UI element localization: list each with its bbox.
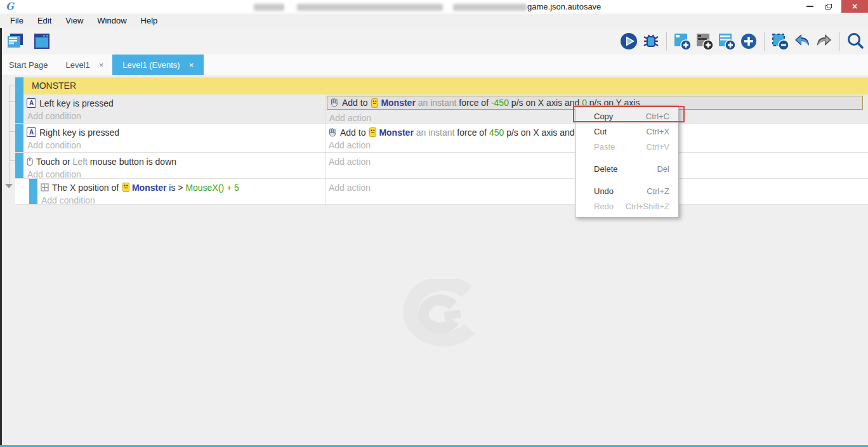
left-panel-edge <box>0 28 2 447</box>
menu-item-label: Redo <box>594 202 614 211</box>
menu-window[interactable]: Window <box>90 14 133 28</box>
minimize-icon <box>806 6 813 7</box>
object-name: Monster <box>379 127 413 138</box>
tab-label: Level1 (Events) <box>122 60 180 70</box>
event-row-2[interactable]: A Right key is pressed Add condition <box>15 124 868 153</box>
menu-edit[interactable]: Edit <box>30 14 58 28</box>
event-drag-bar[interactable] <box>15 153 23 178</box>
toolbar-separator <box>839 32 840 51</box>
condition-text: Left key is pressed <box>39 98 114 108</box>
context-menu-item-cut[interactable]: Cut Ctrl+X <box>575 124 678 139</box>
menu-file[interactable]: File <box>3 14 30 28</box>
add-action-button[interactable]: Add action <box>329 112 371 124</box>
condition-x-position[interactable]: The X position of Monster is > MouseX() … <box>41 181 325 194</box>
action-text: force of <box>457 127 489 138</box>
condition-operator: > <box>178 183 185 193</box>
action-text: Add to <box>340 127 368 138</box>
app-window: G game.json.autosave × File Edit View Wi… <box>0 0 868 447</box>
menu-item-shortcut: Del <box>657 164 669 174</box>
tab-close-icon[interactable]: × <box>99 60 104 70</box>
annotation-highlight-box <box>573 106 685 122</box>
tree-line <box>9 131 15 132</box>
menu-item-label: Undo <box>594 186 614 196</box>
deselect-all-icon[interactable] <box>770 31 790 51</box>
toolbar <box>0 28 868 55</box>
context-menu-item-delete[interactable]: Delete Del <box>575 161 678 176</box>
minimize-button[interactable] <box>801 0 819 13</box>
event-row-1[interactable]: A Left key is pressed Add condition <box>15 94 868 124</box>
events-sheet: MONSTER A Left key is pressed Add condit… <box>0 75 868 445</box>
condition-text: Right key is pressed <box>39 127 119 138</box>
search-icon[interactable] <box>845 31 865 51</box>
conditions-column: A Left key is pressed Add condition <box>23 94 325 123</box>
context-menu-item-redo[interactable]: Redo Ctrl+Shift+Z <box>575 198 678 214</box>
preview-play-icon[interactable] <box>619 31 639 51</box>
menu-help[interactable]: Help <box>134 14 165 28</box>
tree-line <box>9 160 15 161</box>
add-comment-icon[interactable] <box>716 31 737 51</box>
monster-object-icon <box>369 127 376 137</box>
condition-text: is <box>166 183 178 193</box>
action-text: p/s on X axis and <box>509 98 582 108</box>
keyboard-key-icon: A <box>27 127 36 137</box>
undo-icon[interactable] <box>792 31 812 51</box>
action-text: Add to <box>342 98 370 108</box>
object-name: Monster <box>132 183 166 193</box>
scene-editor-icon[interactable] <box>32 31 52 51</box>
condition-text: The X position of <box>52 183 121 193</box>
condition-text: Touch or <box>36 157 73 167</box>
action-text: an instant <box>414 127 457 138</box>
condition-touch-mouse[interactable]: Touch or Left mouse button is down <box>27 155 325 168</box>
event-row-3[interactable]: Touch or Left mouse button is down Add c… <box>15 153 868 179</box>
subevent-row-1[interactable]: The X position of Monster is > MouseX() … <box>15 179 868 205</box>
event-drag-bar[interactable] <box>15 124 23 152</box>
event-drag-bar[interactable] <box>15 94 23 123</box>
tab-start-page[interactable]: Start Page <box>0 55 56 75</box>
tab-level1-events[interactable]: Level1 (Events) × <box>112 55 204 75</box>
restore-button[interactable] <box>820 0 838 13</box>
tree-line <box>9 86 10 186</box>
condition-expression: MouseX() + 5 <box>185 183 239 193</box>
monster-object-icon <box>122 183 129 192</box>
debugger-bug-icon[interactable] <box>641 31 661 51</box>
add-other-event-icon[interactable] <box>739 31 759 51</box>
mouse-icon <box>27 157 33 166</box>
menu-item-label: Paste <box>594 142 615 152</box>
condition-right-key[interactable]: A Right key is pressed <box>27 126 325 139</box>
add-event-icon[interactable] <box>672 31 692 51</box>
context-menu-item-paste[interactable]: Paste Ctrl+V <box>575 139 678 154</box>
condition-action-divider <box>325 94 326 205</box>
condition-left-key[interactable]: A Left key is pressed <box>27 96 325 110</box>
menu-view[interactable]: View <box>58 14 90 28</box>
menu-separator <box>575 176 678 183</box>
window-title: game.json.autosave <box>527 2 601 11</box>
event-drag-bar[interactable] <box>29 179 37 204</box>
force-hand-icon <box>328 128 337 137</box>
position-icon <box>41 183 49 191</box>
action-value: -450 <box>491 98 509 108</box>
condition-param: Left <box>73 157 88 167</box>
context-menu-item-undo[interactable]: Undo Ctrl+Z <box>575 183 678 198</box>
add-subevent-icon[interactable] <box>694 31 714 51</box>
event-drag-bar[interactable] <box>15 77 23 94</box>
title-redacted-text <box>297 4 443 11</box>
add-condition-button[interactable]: Add condition <box>41 194 325 207</box>
add-condition-button[interactable]: Add condition <box>27 110 325 122</box>
redo-icon[interactable] <box>814 31 834 51</box>
tab-label: Start Page <box>9 60 48 70</box>
app-logo-icon: G <box>6 1 14 12</box>
tab-close-icon[interactable]: × <box>189 60 194 70</box>
tab-level1[interactable]: Level1 × <box>56 55 112 75</box>
conditions-column: A Right key is pressed Add condition <box>23 124 325 152</box>
collapse-arrow-icon[interactable] <box>5 184 13 188</box>
add-condition-button[interactable]: Add condition <box>27 139 325 152</box>
menu-item-label: Delete <box>594 164 618 174</box>
project-manager-icon[interactable] <box>5 31 25 51</box>
close-icon: × <box>852 1 857 11</box>
action-text: force of <box>459 98 491 108</box>
keyboard-key-icon: A <box>27 98 36 108</box>
force-hand-icon <box>330 98 339 107</box>
comment-row-monster[interactable]: MONSTER <box>15 77 868 94</box>
action-value: 450 <box>489 127 504 138</box>
close-button[interactable]: × <box>841 0 868 13</box>
